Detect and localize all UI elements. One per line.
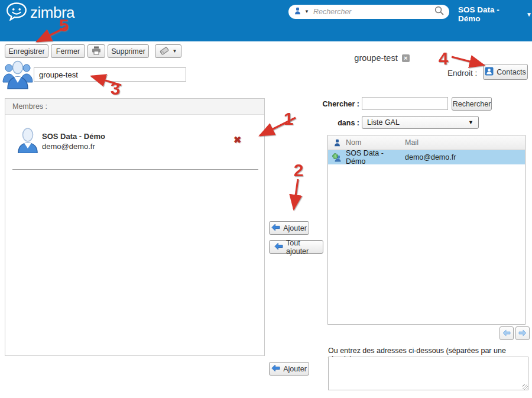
contacts-folder-icon (485, 67, 494, 77)
contact-group-icon (2, 59, 33, 92)
tag-button[interactable]: ▼ (155, 44, 181, 58)
account-menu[interactable]: SOS Data - Démo ▼ (458, 5, 532, 27)
zimbra-logo-text: zimbra (30, 4, 74, 22)
manual-address-textarea[interactable] (328, 357, 528, 390)
annotation-number-2: 2 (294, 160, 304, 180)
bottom-add-button-label: Ajouter (283, 365, 307, 373)
find-search-button-label: Rechercher (453, 100, 491, 108)
table-row[interactable]: SOS Data - Démo demo@demo.fr (328, 150, 525, 164)
main-nav-bar: Mail Contacts Calendrier Tâches Porte-do… (0, 25, 532, 41)
close-button-label: Fermer (56, 47, 80, 56)
location-button-label: Contacts (497, 68, 525, 76)
account-caret-icon: ▼ (526, 11, 532, 18)
zimbra-smiley-icon (6, 2, 27, 23)
column-header-nom: Nom (346, 138, 405, 147)
address-list-select[interactable]: Liste GAL ▼ (362, 116, 479, 129)
textarea-resize-grip[interactable] (523, 384, 528, 390)
top-header-bar: zimbra ▼ SOS Data - Démo ▼ (0, 0, 532, 25)
zimbra-window: zimbra ▼ SOS Data - Démo ▼ (0, 0, 532, 398)
add-button-label: Ajouter (283, 224, 307, 232)
save-button[interactable]: Enregistrer (5, 44, 48, 58)
tab-groupe-test-label: groupe-test (354, 53, 397, 63)
group-name-input[interactable] (34, 67, 186, 82)
members-header: Membres : (5, 99, 264, 115)
annotation-number-4: 4 (439, 48, 449, 68)
row-name: SOS Data - Démo (346, 149, 405, 166)
annotation-number-1: 1 (284, 109, 294, 128)
column-header-mail: Mail (405, 138, 525, 147)
add-all-button-label: Tout ajouter (286, 239, 318, 255)
members-panel: Membres : SOS Data - Démo demo@demo.fr ✖ (5, 98, 265, 356)
gal-results-table: Nom Mail SOS Data - Démo demo@demo.fr (327, 135, 525, 325)
print-button[interactable] (87, 44, 105, 58)
tag-icon (160, 46, 170, 57)
search-magnifier-icon[interactable] (434, 6, 444, 18)
member-divider (12, 169, 258, 170)
find-input[interactable] (362, 97, 448, 110)
account-name: SOS Data - Démo (458, 5, 523, 23)
nav-tab-preferences[interactable]: Préférences (290, 53, 336, 62)
member-name: SOS Data - Démo (42, 132, 105, 141)
remove-member-icon[interactable]: ✖ (233, 134, 241, 145)
delete-button-label: Supprimer (111, 47, 145, 56)
page-previous-button[interactable] (499, 326, 514, 340)
global-search-bar: ▼ (288, 5, 449, 19)
add-all-arrow-icon (274, 242, 283, 252)
annotation-arrow-2 (294, 179, 298, 209)
contact-type-column-icon (328, 139, 346, 147)
annotation-arrow-4 (452, 57, 484, 65)
page-next-arrow-icon (518, 328, 527, 339)
address-list-selected-value: Liste GAL (367, 118, 400, 127)
search-scope-caret-icon[interactable]: ▼ (304, 9, 309, 14)
table-header-row: Nom Mail (328, 135, 525, 150)
add-all-button[interactable]: Tout ajouter (269, 240, 323, 254)
page-previous-arrow-icon (502, 328, 511, 339)
nav-tab-porte-documents[interactable]: Porte-documents (201, 53, 266, 62)
annotation-arrow-1 (260, 118, 296, 135)
tag-caret-icon: ▼ (173, 48, 177, 54)
add-arrow-icon (271, 224, 280, 233)
select-caret-icon: ▼ (468, 119, 473, 125)
gal-contact-icon (328, 153, 346, 162)
printer-icon (92, 46, 101, 57)
tab-close-icon[interactable]: × (402, 54, 410, 62)
row-email: demo@demo.fr (405, 153, 525, 161)
bottom-add-arrow-icon (271, 364, 280, 374)
location-contacts-button[interactable]: Contacts (483, 64, 528, 80)
close-button[interactable]: Fermer (51, 44, 85, 58)
page-next-button[interactable] (515, 326, 530, 340)
global-search-input[interactable] (312, 7, 432, 17)
in-label: dans : (319, 119, 359, 127)
refresh-icon[interactable]: ↻ (512, 51, 520, 63)
search-scope-person-icon[interactable] (294, 7, 301, 17)
add-button[interactable]: Ajouter (269, 221, 309, 235)
delete-button[interactable]: Supprimer (108, 44, 149, 58)
find-label: Chercher : (307, 100, 359, 108)
member-avatar-icon (17, 127, 38, 156)
tab-groupe-test[interactable]: groupe-test × (346, 50, 418, 66)
find-search-button[interactable]: Rechercher (452, 97, 492, 111)
location-label: Endroit : (447, 69, 477, 77)
zimbra-logo: zimbra (6, 2, 74, 23)
save-button-label: Enregistrer (8, 47, 44, 56)
bottom-add-button[interactable]: Ajouter (269, 362, 309, 376)
member-email: demo@demo.fr (42, 142, 95, 151)
